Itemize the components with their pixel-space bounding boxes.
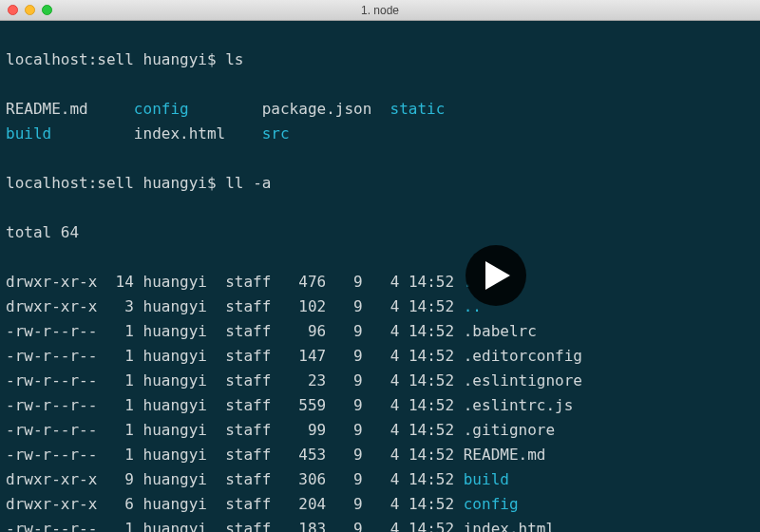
ll-group: staff [225, 495, 271, 513]
ll-group: staff [225, 273, 271, 291]
ll-output: drwxr-xr-x 14 huangyi staff 476 9 4 14:5… [6, 270, 754, 532]
ll-day: 4 [371, 297, 399, 315]
ll-day: 4 [371, 470, 399, 488]
ll-name: .gitignore [464, 421, 555, 439]
prompt-host: localhost [6, 50, 88, 68]
ll-owner: huangyi [143, 396, 207, 414]
ll-time: 14:52 [408, 297, 454, 315]
close-button[interactable] [8, 5, 18, 15]
ls-item: index.html [134, 122, 262, 146]
ll-time: 14:52 [408, 273, 454, 291]
ll-name: .eslintignore [464, 371, 582, 390]
ll-perm: -rw-r--r-- [6, 396, 97, 414]
command-ll: ll -a [225, 174, 271, 192]
ll-month: 9 [335, 421, 363, 439]
ll-links: 1 [97, 371, 134, 390]
ll-month: 9 [335, 396, 363, 414]
ll-day: 4 [371, 322, 399, 340]
ls-row: README.md config package.json static [6, 97, 754, 122]
ll-row: drwxr-xr-x 9 huangyi staff 306 9 4 14:52… [6, 467, 754, 492]
ll-row: -rw-r--r-- 1 huangyi staff 23 9 4 14:52 … [6, 369, 754, 393]
ls-item: README.md [6, 97, 134, 122]
play-icon [485, 261, 510, 290]
ll-links: 1 [97, 520, 134, 532]
ll-size: 99 [280, 421, 326, 439]
ll-name: config [464, 495, 519, 513]
ll-size: 147 [280, 347, 326, 365]
ll-perm: -rw-r--r-- [6, 520, 97, 532]
ll-name: README.md [464, 446, 546, 464]
ll-links: 9 [97, 470, 134, 488]
ll-group: staff [225, 297, 271, 315]
ll-time: 14:52 [408, 322, 454, 340]
ll-owner: huangyi [143, 446, 207, 464]
ll-group: staff [225, 371, 271, 390]
ll-size: 476 [280, 273, 326, 291]
ll-size: 204 [280, 495, 326, 513]
ll-perm: drwxr-xr-x [6, 297, 97, 315]
ll-owner: huangyi [143, 347, 207, 365]
ll-day: 4 [371, 495, 399, 513]
ll-row: drwxr-xr-x 6 huangyi staff 204 9 4 14:52… [6, 492, 754, 517]
ll-perm: drwxr-xr-x [6, 273, 97, 291]
play-button[interactable] [466, 245, 526, 306]
ll-owner: huangyi [143, 421, 207, 439]
ll-month: 9 [335, 322, 363, 340]
prompt-line: localhost:sell huangyi$ ll -a [6, 171, 754, 196]
ll-name: .babelrc [464, 322, 537, 340]
ll-month: 9 [335, 297, 363, 315]
ls-item: package.json [262, 97, 390, 122]
ll-time: 14:52 [408, 520, 454, 532]
ll-day: 4 [371, 421, 399, 439]
ll-size: 453 [280, 446, 326, 464]
ll-links: 1 [97, 322, 134, 340]
ls-row: build index.html src [6, 122, 754, 146]
ll-row: -rw-r--r-- 1 huangyi staff 96 9 4 14:52 … [6, 319, 754, 344]
ll-size: 306 [280, 470, 326, 488]
ll-links: 1 [97, 446, 134, 464]
ll-time: 14:52 [408, 371, 454, 390]
maximize-button[interactable] [42, 5, 52, 15]
ll-month: 9 [335, 371, 363, 390]
ll-group: staff [225, 470, 271, 488]
ll-perm: -rw-r--r-- [6, 371, 97, 390]
ll-name: index.html [464, 520, 555, 532]
prompt-path: sell [97, 50, 134, 68]
ls-item: config [134, 97, 262, 122]
ll-group: staff [225, 421, 271, 439]
ll-links: 14 [97, 273, 134, 291]
ll-links: 1 [97, 396, 134, 414]
ll-row: drwxr-xr-x 3 huangyi staff 102 9 4 14:52… [6, 294, 754, 319]
ll-size: 559 [280, 396, 326, 414]
minimize-button[interactable] [25, 5, 35, 15]
prompt-line: localhost:sell huangyi$ ls [6, 48, 754, 72]
ll-row: drwxr-xr-x 14 huangyi staff 476 9 4 14:5… [6, 270, 754, 294]
ll-time: 14:52 [408, 347, 454, 365]
prompt-sigil: $ [207, 50, 217, 68]
ll-day: 4 [371, 446, 399, 464]
ll-row: -rw-r--r-- 1 huangyi staff 453 9 4 14:52… [6, 443, 754, 467]
ll-group: staff [225, 446, 271, 464]
ll-size: 23 [280, 371, 326, 390]
ll-row: -rw-r--r-- 1 huangyi staff 183 9 4 14:52… [6, 517, 754, 532]
ls-output: README.md config package.json static bui… [6, 97, 754, 146]
ll-size: 96 [280, 322, 326, 340]
ll-size: 102 [280, 297, 326, 315]
ll-group: staff [225, 322, 271, 340]
ll-time: 14:52 [408, 495, 454, 513]
ll-perm: drwxr-xr-x [6, 470, 97, 488]
terminal[interactable]: localhost:sell huangyi$ ls README.md con… [0, 21, 760, 532]
ll-perm: drwxr-xr-x [6, 495, 97, 513]
ll-group: staff [225, 396, 271, 414]
ll-day: 4 [371, 396, 399, 414]
ll-time: 14:52 [408, 421, 454, 439]
ll-month: 9 [335, 347, 363, 365]
ll-links: 3 [97, 297, 134, 315]
ll-perm: -rw-r--r-- [6, 446, 97, 464]
ll-owner: huangyi [143, 322, 207, 340]
ll-month: 9 [335, 495, 363, 513]
ll-perm: -rw-r--r-- [6, 347, 97, 365]
ll-owner: huangyi [143, 470, 207, 488]
window-controls [8, 5, 52, 15]
ll-owner: huangyi [143, 520, 207, 532]
